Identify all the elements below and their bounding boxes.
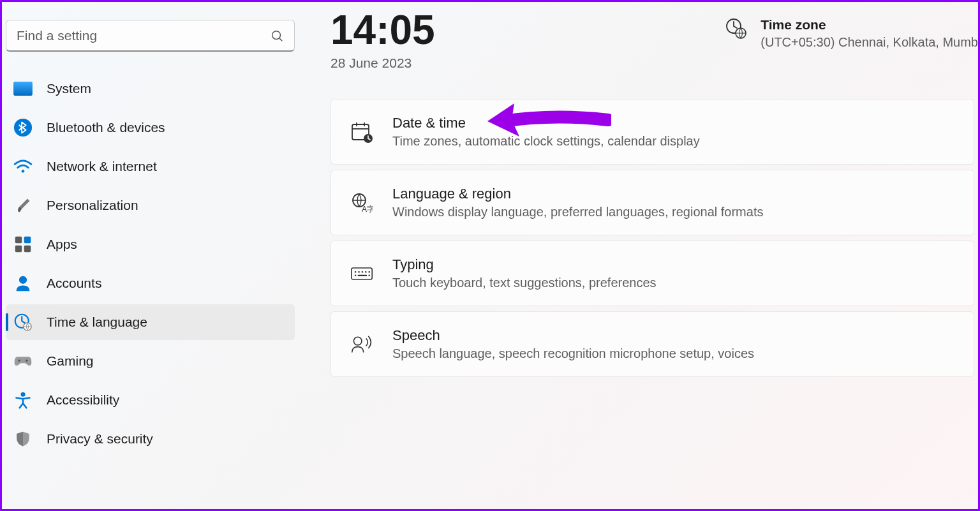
search-icon — [270, 29, 284, 43]
clock-date: 28 June 2023 — [330, 56, 725, 71]
display-icon — [13, 79, 33, 98]
svg-rect-6 — [15, 237, 22, 244]
card-desc: Speech language, speech recognition micr… — [392, 346, 954, 361]
svg-text:A字: A字 — [362, 205, 373, 214]
search-box[interactable] — [6, 20, 295, 52]
svg-point-0 — [272, 31, 281, 39]
clock-globe-icon — [13, 313, 33, 332]
svg-line-1 — [279, 38, 282, 41]
card-desc: Touch keyboard, text suggestions, prefer… — [392, 276, 954, 290]
card-date-time[interactable]: Date & time Time zones, automatic clock … — [330, 99, 974, 165]
shield-icon — [13, 429, 33, 448]
svg-point-31 — [355, 274, 357, 276]
card-title: Speech — [392, 327, 954, 344]
sidebar-item-gaming[interactable]: Gaming — [6, 343, 295, 379]
clock-time: 14:05 — [330, 10, 725, 50]
sidebar-item-time-language[interactable]: Time & language — [6, 304, 295, 340]
wifi-icon — [13, 157, 33, 176]
svg-point-29 — [365, 271, 367, 273]
sidebar-item-label: Personalization — [47, 198, 138, 213]
sidebar-item-personalization[interactable]: Personalization — [6, 188, 295, 223]
person-icon — [13, 274, 33, 293]
svg-rect-8 — [15, 246, 22, 253]
clock-block: 14:05 28 June 2023 — [330, 10, 725, 71]
clock-globe-icon — [725, 17, 746, 39]
sidebar-item-label: System — [47, 81, 91, 96]
sidebar-item-label: Apps — [47, 237, 77, 252]
card-title: Date & time — [392, 115, 954, 131]
svg-rect-25 — [352, 268, 372, 279]
sidebar-item-bluetooth[interactable]: Bluetooth & devices — [6, 110, 295, 145]
main-panel: 14:05 28 June 2023 Time zone (UTC+05:30)… — [330, 2, 978, 509]
date-time-icon — [350, 121, 373, 144]
card-list: Date & time Time zones, automatic clock … — [330, 99, 978, 377]
sidebar-item-accessibility[interactable]: Accessibility — [6, 382, 295, 418]
sidebar-item-label: Gaming — [47, 353, 94, 369]
svg-point-10 — [19, 276, 27, 284]
sidebar-item-apps[interactable]: Apps — [6, 226, 295, 262]
svg-rect-7 — [24, 237, 31, 244]
apps-icon — [13, 235, 33, 254]
card-typing[interactable]: Typing Touch keyboard, text suggestions,… — [330, 241, 974, 306]
svg-rect-32 — [358, 274, 367, 276]
svg-point-15 — [21, 392, 26, 397]
timezone-block: Time zone (UTC+05:30) Chennai, Kolkata, … — [725, 17, 978, 50]
svg-point-13 — [19, 360, 20, 362]
timezone-label: Time zone — [761, 17, 978, 33]
card-desc: Windows display language, preferred lang… — [392, 205, 954, 219]
sidebar-item-network[interactable]: Network & internet — [6, 149, 295, 184]
sidebar: System Bluetooth & devices Network & int… — [2, 2, 299, 509]
sidebar-item-label: Accessibility — [47, 392, 119, 408]
sidebar-item-privacy-security[interactable]: Privacy & security — [6, 421, 295, 457]
sidebar-item-system[interactable]: System — [6, 71, 295, 107]
svg-point-30 — [368, 271, 370, 273]
card-title: Typing — [392, 256, 954, 273]
header-row: 14:05 28 June 2023 Time zone (UTC+05:30)… — [330, 2, 978, 71]
accessibility-icon — [13, 390, 33, 410]
sidebar-item-accounts[interactable]: Accounts — [6, 265, 295, 301]
keyboard-icon — [350, 262, 373, 285]
gamepad-icon — [13, 352, 33, 371]
svg-point-26 — [355, 271, 357, 273]
svg-point-27 — [358, 271, 360, 273]
sidebar-item-label: Time & language — [47, 315, 147, 330]
svg-rect-9 — [24, 246, 31, 253]
search-input[interactable] — [17, 28, 270, 43]
bluetooth-icon — [13, 118, 33, 137]
sidebar-item-label: Bluetooth & devices — [47, 120, 165, 135]
svg-point-33 — [368, 274, 370, 276]
nav-list: System Bluetooth & devices Network & int… — [2, 71, 299, 457]
card-speech[interactable]: Speech Speech language, speech recogniti… — [330, 311, 974, 377]
language-icon: A字 — [350, 191, 373, 214]
card-language-region[interactable]: A字 Language & region Windows display lan… — [330, 170, 974, 235]
svg-point-28 — [362, 271, 364, 273]
sidebar-item-label: Accounts — [47, 276, 101, 291]
paintbrush-icon — [13, 196, 33, 215]
timezone-value: (UTC+05:30) Chennai, Kolkata, Mumb — [761, 35, 978, 50]
sidebar-item-label: Network & internet — [47, 159, 157, 174]
card-desc: Time zones, automatic clock settings, ca… — [392, 134, 954, 149]
sidebar-item-label: Privacy & security — [47, 431, 153, 447]
svg-point-34 — [353, 337, 362, 345]
svg-point-5 — [22, 170, 25, 173]
svg-rect-3 — [13, 82, 32, 96]
svg-point-14 — [26, 360, 27, 362]
speech-icon — [350, 333, 373, 356]
card-title: Language & region — [392, 186, 954, 202]
